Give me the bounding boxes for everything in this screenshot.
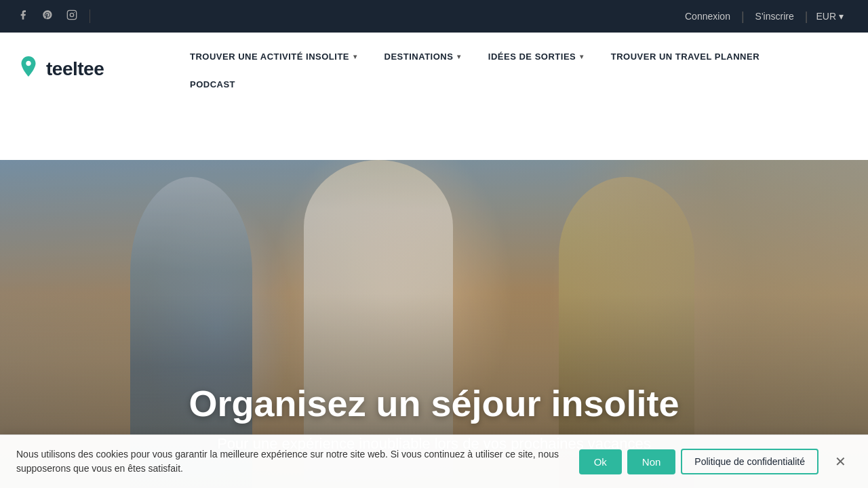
chevron-icon-3: ▾ [580, 53, 584, 60]
cookie-ok-button[interactable]: Ok [579, 449, 622, 474]
cookie-politique-button[interactable]: Politique de confidentialité [681, 449, 818, 474]
facebook-icon[interactable] [16, 9, 30, 23]
cookie-banner: Nous utilisons des cookies pour vous gar… [0, 434, 868, 488]
nav-row-2: PODCAST [190, 74, 852, 95]
nav-podcast[interactable]: PODCAST [190, 74, 249, 95]
main-nav: TROUVER UNE ACTIVITÉ INSOLITE ▾ DESTINAT… [190, 46, 852, 95]
cookie-buttons: Ok Non Politique de confidentialité [579, 449, 818, 474]
cookie-message: Nous utilisons des cookies pour vous gar… [16, 447, 579, 476]
svg-point-1 [70, 13, 73, 16]
social-links [16, 9, 90, 23]
inscrire-link[interactable]: S'inscrire [745, 11, 805, 22]
logo-text: teeltee [46, 58, 104, 80]
cookie-non-button[interactable]: Non [627, 449, 676, 474]
nav-activite[interactable]: TROUVER UNE ACTIVITÉ INSOLITE ▾ [190, 46, 371, 67]
main-header: teeltee TROUVER UNE ACTIVITÉ INSOLITE ▾ … [0, 33, 868, 160]
cookie-close-button[interactable]: ✕ [829, 451, 852, 472]
logo[interactable]: teeltee [16, 54, 104, 84]
currency-selector[interactable]: EUR ▾ [808, 11, 852, 22]
svg-point-2 [74, 12, 75, 13]
connexion-link[interactable]: Connexion [674, 11, 741, 22]
nav-idees[interactable]: IDÉES DE SORTIES ▾ [475, 46, 597, 67]
nav-row-1: TROUVER UNE ACTIVITÉ INSOLITE ▾ DESTINAT… [190, 46, 852, 74]
nav-travel-planner[interactable]: TROUVER UN TRAVEL PLANNER [597, 46, 773, 67]
instagram-icon[interactable] [65, 9, 79, 23]
top-bar: Connexion | S'inscrire | EUR ▾ [0, 0, 868, 33]
svg-rect-0 [67, 10, 76, 19]
pinterest-icon[interactable] [41, 9, 54, 23]
divider [90, 9, 90, 23]
chevron-icon: ▾ [353, 53, 357, 60]
close-icon: ✕ [835, 454, 846, 469]
hero-title: Organisez un séjour insolite [0, 382, 868, 424]
nav-destinations[interactable]: DESTINATIONS ▾ [371, 46, 475, 67]
top-bar-right: Connexion | S'inscrire | EUR ▾ [674, 9, 852, 24]
chevron-icon-2: ▾ [457, 53, 461, 60]
logo-pin-icon [16, 54, 41, 84]
